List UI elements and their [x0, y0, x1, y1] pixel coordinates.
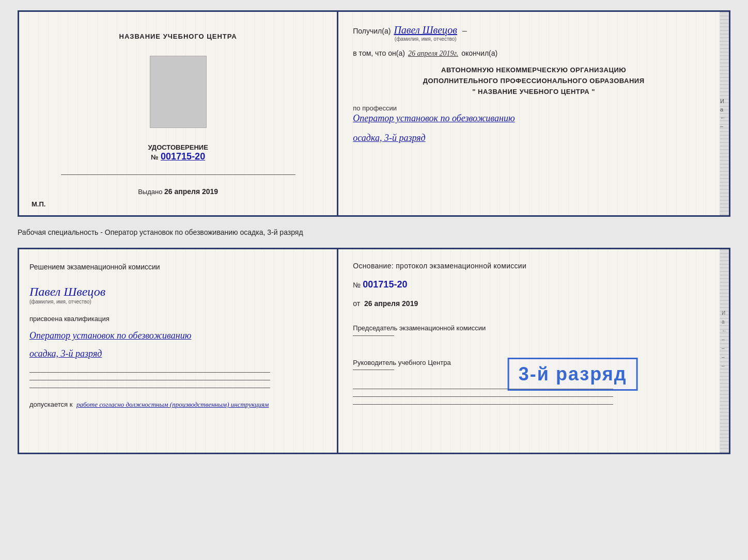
org-block: АВТОНОМНУЮ НЕКОММЕРЧЕСКУЮ ОРГАНИЗАЦИЮ ДО… [353, 65, 714, 97]
basis-title: Основание: протокол экзаменационной коми… [353, 262, 714, 270]
line-3 [29, 388, 270, 388]
qualification-name-1: Оператор установок по обезвоживанию [29, 329, 191, 343]
recipient-sublabel: (фамилия, имя, отчество) [394, 36, 457, 42]
right-side-chars: И а ← – – – – [722, 310, 727, 369]
confirm-finished: окончил(а) [461, 49, 497, 57]
top-doc-right: Получил(а) Павел Швецов (фамилия, имя, о… [338, 12, 729, 215]
r-line-2 [353, 396, 613, 397]
page-container: НАЗВАНИЕ УЧЕБНОГО ЦЕНТРА УДОСТОВЕРЕНИЕ №… [18, 10, 730, 454]
top-document: НАЗВАНИЕ УЧЕБНОГО ЦЕНТРА УДОСТОВЕРЕНИЕ №… [18, 10, 730, 217]
cert-label: УДОСТОВЕРЕНИЕ [148, 143, 208, 151]
person-name-block: Павел Швецов (фамилия, имя, отчество) [29, 282, 105, 305]
line-1 [29, 372, 270, 373]
bottom-doc-left: Решением экзаменационной комиссии Павел … [19, 249, 338, 453]
rank-block: осадка, 3-й разряд [353, 133, 714, 143]
school-name-title: НАЗВАНИЕ УЧЕБНОГО ЦЕНТРА [119, 33, 237, 40]
decision-title: Решением экзаменационной комиссии [29, 262, 160, 273]
signature-lines-left [29, 372, 297, 388]
allowed-block: допускается к работе согласно должностны… [29, 401, 269, 409]
cert-number-block: УДОСТОВЕРЕНИЕ № 001715-20 [148, 143, 208, 162]
chairman-sig-line [353, 335, 394, 336]
basis-number: 001715-20 [363, 279, 407, 290]
rank-stamp: 3-й разряд [508, 358, 638, 391]
qualification-name-2: осадка, 3-й разряд [29, 347, 102, 361]
recipient-line: Получил(а) Павел Швецов (фамилия, имя, о… [353, 24, 714, 42]
confirm-prefix: в том, что он(а) [353, 49, 405, 57]
bottom-document: Решением экзаменационной комиссии Павел … [18, 248, 730, 454]
recipient-name: Павел Швецов [394, 24, 457, 36]
profession-block: по профессии Оператор установок по обезв… [353, 104, 714, 125]
assigned-label: присвоена квалификация [29, 315, 110, 323]
r-line-3 [353, 404, 613, 405]
mp-label: М.П. [32, 200, 45, 208]
confirm-date: 26 апреля 2019г. [408, 50, 458, 58]
person-name: Павел Швецов [29, 285, 105, 299]
basis-date-row: от 26 апреля 2019 [353, 299, 714, 308]
recipient-dash: – [462, 26, 467, 36]
recipient-prefix: Получил(а) [353, 27, 391, 35]
org-line1: АВТОНОМНУЮ НЕКОММЕРЧЕСКУЮ ОРГАНИЗАЦИЮ [353, 65, 714, 76]
photo-placeholder [150, 56, 207, 128]
signature-lines-right [353, 389, 642, 405]
profession-label: по профессии [353, 104, 714, 112]
recipient-name-block: Павел Швецов (фамилия, имя, отчество) [394, 24, 457, 42]
director-sig-line [353, 370, 394, 370]
issued-block: Выдано 26 апреля 2019 [138, 187, 218, 196]
chairman-title: Председатель экзаменационной комиссии [353, 323, 714, 333]
allowed-prefix: допускается к [29, 401, 72, 408]
basis-number-prefix: № [353, 281, 361, 289]
cert-number-prefix: № [151, 153, 159, 161]
line-2 [29, 380, 270, 380]
rank-name: осадка, 3-й разряд [353, 133, 425, 143]
allowed-value: работе согласно должностным (производств… [76, 401, 269, 408]
side-decoration-chars: И а ← – [720, 98, 726, 129]
between-label: Рабочая специальность - Оператор установ… [18, 225, 730, 239]
org-line3: " НАЗВАНИЕ УЧЕБНОГО ЦЕНТРА " [353, 87, 714, 98]
confirm-line: в том, что он(а) 26 апреля 2019г. окончи… [353, 49, 714, 58]
person-sublabel: (фамилия, имя, отчество) [29, 299, 105, 305]
org-line2: ДОПОЛНИТЕЛЬНОГО ПРОФЕССИОНАЛЬНОГО ОБРАЗО… [353, 76, 714, 87]
basis-date-prefix: от [353, 299, 360, 308]
issued-date: 26 апреля 2019 [164, 187, 218, 196]
bottom-doc-right: Основание: протокол экзаменационной коми… [338, 249, 729, 453]
divider-1 [61, 174, 295, 175]
chairman-block: Председатель экзаменационной комиссии [353, 323, 714, 338]
basis-date: 26 апреля 2019 [364, 299, 418, 308]
cert-number: 001715-20 [161, 151, 205, 162]
issued-prefix: Выдано [138, 188, 162, 196]
basis-number-row: № 001715-20 [353, 277, 714, 290]
top-doc-left: НАЗВАНИЕ УЧЕБНОГО ЦЕНТРА УДОСТОВЕРЕНИЕ №… [19, 12, 338, 215]
profession-name: Оператор установок по обезвоживанию [353, 112, 714, 125]
